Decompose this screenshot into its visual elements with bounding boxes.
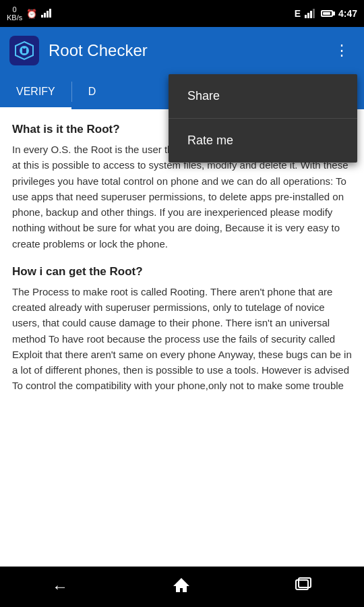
dropdown-overlay[interactable]: Share Rate me bbox=[0, 0, 364, 607]
rate-me-menu-item[interactable]: Rate me bbox=[169, 119, 357, 163]
share-menu-item[interactable]: Share bbox=[169, 74, 357, 119]
dropdown-menu: Share Rate me bbox=[169, 74, 357, 163]
